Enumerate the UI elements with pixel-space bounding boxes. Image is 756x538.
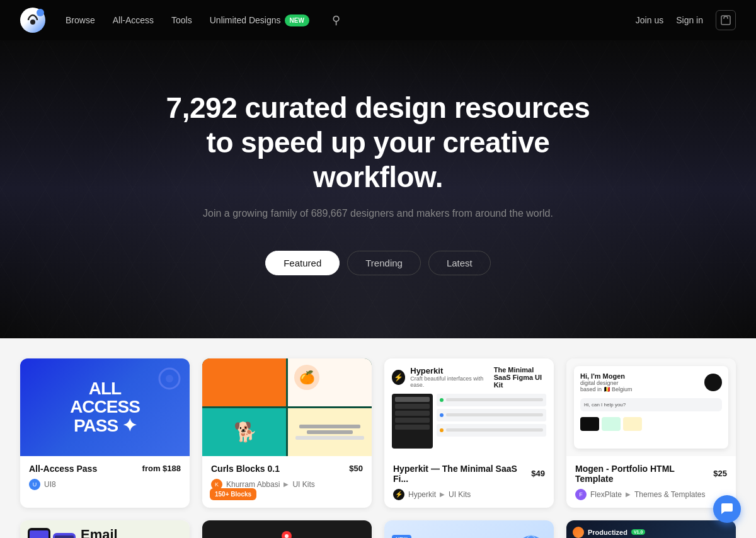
hk-dot [440,413,444,417]
cat-sep-mogen: ▶ [626,491,631,498]
allaccess-text: ALLACCESSPASS ✦ [70,379,140,435]
phone-screen-1 [30,530,49,538]
hk-sidebar-item [395,425,430,430]
navigation: Browse All-Access Tools Unlimited Design… [0,0,756,40]
card-author: UI8 [44,480,56,489]
curls-block-3: 🐕 [202,408,286,456]
avatar: U [29,479,40,490]
hk-row [437,394,546,406]
mogen-location: based in 🇧🇪 Belgium [580,386,633,392]
card-meta: U UI8 [29,479,181,490]
hk-bar [446,428,543,432]
email-text-area: Emailtemplates V1.0 Fully Customizable 3… [81,528,182,538]
mogen-chat-text: Hi, can I help you? [584,402,718,408]
email-main-title: Emailtemplates [81,528,146,538]
card-price: from $188 [142,464,181,473]
join-link[interactable]: Join us [636,15,663,25]
hk-bar [446,398,543,401]
product-card-email[interactable]: Emailtemplates V1.0 Fully Customizable 3… [20,520,190,538]
product-card-productized[interactable]: Productized V1.0 PORTFOLIO Production-re… [566,520,736,538]
product-card-mogen[interactable]: Hi, I'm Mogen digital designer based in … [566,358,736,508]
hyperkit-content [437,394,546,449]
tab-trending[interactable]: Trending [347,251,421,275]
mogen-greeting: Hi, I'm Mogen digital designer based in … [580,372,633,392]
cart-button[interactable] [716,10,736,30]
product-card-interface[interactable]: NEW Interface32 ICONS High Resolution Ea… [384,520,554,538]
mogen-proj-1 [580,417,599,431]
nav-tools[interactable]: Tools [171,15,192,25]
email-title-row: Emailtemplates [81,528,182,538]
curls-food-icon: 🍊 [291,362,323,393]
svg-point-0 [30,20,35,25]
productized-header: Productized V1.0 [573,527,730,538]
hyperkit-tagline: The MinimalSaaS Figma UI Kit [494,366,546,389]
nav-browse[interactable]: Browse [66,15,95,25]
svg-point-3 [166,375,173,382]
card-info-allaccess: All-Access Pass from $188 U UI8 [20,456,190,498]
hero-section: 7,292 curated design resources to speed … [0,40,756,338]
productized-badge: V1.0 [631,529,645,535]
card-price-mogen: $25 [713,469,727,478]
cat-sep: ▶ [440,491,445,498]
globe-icon-decoration [516,533,546,538]
hk-sidebar-item [395,397,430,402]
card-image-curls: 🍊 🐕 [202,358,372,456]
logo-icon [20,8,45,33]
email-phones [28,528,76,538]
svg-text:🍊: 🍊 [299,370,315,385]
card-image-interface: NEW Interface32 ICONS High Resolution Ea… [384,520,554,538]
mogen-avatar [704,374,722,391]
card-title-curls: Curls Blocks 0.1 [211,464,280,474]
products-section: ALLACCESSPASS ✦ All-Access Pass from $18… [0,338,756,538]
nav-unlimited[interactable]: Unlimited Designs New [210,14,309,26]
hero-subtitle: Join a growing family of 689,667 designe… [158,208,598,219]
signin-link[interactable]: Sign in [676,15,703,25]
mogen-projects [580,417,722,431]
mogen-header: Hi, I'm Mogen digital designer based in … [580,372,722,392]
nav-allaccess[interactable]: All-Access [113,15,154,25]
nav-links: Browse All-Access Tools Unlimited Design… [66,13,636,27]
gear-decoration [157,366,182,395]
hyperkit-title-text: Hyperkit [410,366,488,376]
productized-logo [573,527,584,538]
tab-featured[interactable]: Featured [265,251,340,275]
figma-icon [282,531,292,538]
interface-new-badge: NEW [392,535,411,538]
curls-line-3 [295,436,364,440]
blocks-badge: 150+ Blocks [210,488,256,500]
card-author-curls: Khurram Abbasi [226,480,280,489]
hyperkit-logo: ⚡ [392,370,405,385]
hyperkit-heading: Hyperkit Craft beautiful interfaces with… [410,366,488,389]
card-price-curls: $50 [349,464,363,473]
mogen-proj-3 [623,417,642,431]
new-badge: New [285,14,309,26]
hk-dot [440,398,444,402]
logo[interactable] [20,8,45,33]
tabs-section: Featured Trending Latest [158,251,598,275]
tab-latest[interactable]: Latest [428,251,491,275]
simple-content: SIMPLE [262,531,312,538]
mogen-desc: digital designer [580,380,633,386]
svg-rect-1 [721,16,730,25]
card-title-row-hyperkit: Hyperkit — The Minimal SaaS Fi... $49 [393,464,545,484]
card-image-hyperkit: ⚡ Hyperkit Craft beautiful interfaces wi… [384,358,554,456]
product-card-allaccess[interactable]: ALLACCESSPASS ✦ All-Access Pass from $18… [20,358,190,508]
product-card-simple[interactable]: SIMPLE [202,520,372,538]
mogen-card: Hi, I'm Mogen digital designer based in … [574,366,728,449]
card-title-row-curls: Curls Blocks 0.1 $50 [211,464,363,474]
card-meta-mogen: F FlexPlate ▶ Themes & Templates [575,489,727,500]
hk-row [437,424,546,437]
nav-unlimited-label: Unlimited Designs [210,15,281,25]
hyperkit-sub-text: Craft beautiful interfaces with ease. [410,375,488,388]
hk-bar [446,413,543,416]
chat-bubble-button[interactable] [713,495,741,523]
product-card-curls[interactable]: 🍊 🐕 150+ Blocks Curls Blocks 0.1 $50 [202,358,372,508]
chat-icon [720,502,734,516]
hk-sidebar-item [395,418,430,423]
product-card-hyperkit[interactable]: ⚡ Hyperkit Craft beautiful interfaces wi… [384,358,554,508]
card-title-hyperkit: Hyperkit — The Minimal SaaS Fi... [393,464,531,484]
hyperkit-header: ⚡ Hyperkit Craft beautiful interfaces wi… [392,366,546,389]
curls-dog-icon: 🐕 [229,416,260,448]
search-icon[interactable]: ⚲ [332,13,340,27]
card-cat-hyperkit: UI Kits [449,490,471,499]
